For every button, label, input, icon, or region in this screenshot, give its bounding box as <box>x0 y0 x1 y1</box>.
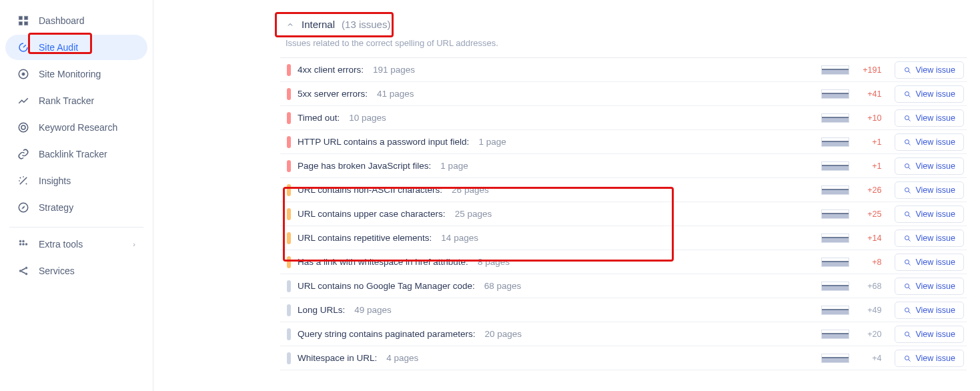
sidebar-item-extra-tools[interactable]: Extra tools› <box>5 232 147 257</box>
issue-row: HTTP URL contains a password input field… <box>280 130 967 154</box>
view-issue-button[interactable]: View issue <box>895 181 964 199</box>
sparkline <box>821 89 849 99</box>
issue-row: Page has broken JavaScript files:1 page+… <box>280 154 967 178</box>
search-icon <box>903 234 911 242</box>
sparkline <box>821 210 849 219</box>
issue-row: 4xx client errors:191 pages+191View issu… <box>280 58 967 82</box>
dashboard-icon <box>17 15 29 27</box>
sparkline <box>821 113 849 123</box>
issue-row: URL contains non-ASCII characters:26 pag… <box>280 178 967 202</box>
issue-label[interactable]: 4xx client errors: <box>298 65 364 75</box>
wand-icon <box>17 175 29 187</box>
compass-icon <box>17 202 29 214</box>
severity-pill <box>287 88 291 100</box>
issue-label[interactable]: HTTP URL contains a password input field… <box>298 137 469 147</box>
search-icon <box>903 162 911 170</box>
issue-delta: +68 <box>859 282 881 291</box>
sidebar-item-strategy[interactable]: Strategy <box>5 195 147 220</box>
sparkline <box>821 306 849 315</box>
issue-row: Query string contains paginated paramete… <box>280 322 967 346</box>
view-issue-label: View issue <box>915 210 955 219</box>
issue-label[interactable]: Whitespace in URL: <box>298 353 377 363</box>
sidebar-item-label: Services <box>39 266 135 276</box>
issue-row: Whitespace in URL:4 pages+4View issue <box>280 346 967 370</box>
search-icon <box>903 354 911 362</box>
view-issue-button[interactable]: View issue <box>895 157 964 175</box>
sidebar-item-dashboard[interactable]: Dashboard <box>5 8 147 33</box>
issue-label[interactable]: Has a link with whitespace in href attri… <box>298 257 468 267</box>
view-issue-label: View issue <box>915 234 955 243</box>
sidebar-item-keyword-research[interactable]: Keyword Research <box>5 115 147 140</box>
view-issue-button[interactable]: View issue <box>895 230 964 247</box>
issue-label[interactable]: Query string contains paginated paramete… <box>298 329 475 339</box>
issue-page-count: 25 pages <box>455 209 492 219</box>
section-header[interactable]: Internal (13 issues) <box>280 13 967 35</box>
issue-delta: +49 <box>859 306 881 315</box>
issue-label[interactable]: Long URLs: <box>298 305 345 315</box>
sidebar-item-label: Strategy <box>39 202 135 213</box>
severity-pill <box>287 160 291 172</box>
issue-delta: +4 <box>859 354 881 363</box>
view-issue-button[interactable]: View issue <box>895 326 964 343</box>
issue-page-count: 8 pages <box>478 257 510 267</box>
sparkline <box>821 354 849 363</box>
rank-icon <box>17 95 29 107</box>
issue-label[interactable]: Timed out: <box>298 113 340 123</box>
search-icon <box>903 330 911 338</box>
search-icon <box>903 282 911 290</box>
issue-delta: +14 <box>859 234 881 243</box>
view-issue-button[interactable]: View issue <box>895 61 964 79</box>
issue-page-count: 68 pages <box>484 281 522 291</box>
view-issue-button[interactable]: View issue <box>895 85 964 103</box>
issue-row: Long URLs:49 pages+49View issue <box>280 298 967 322</box>
issue-label[interactable]: 5xx server errors: <box>298 89 368 99</box>
issues-list: 4xx client errors:191 pages+191View issu… <box>280 57 967 370</box>
target-icon <box>17 121 29 133</box>
issue-page-count: 191 pages <box>373 65 415 75</box>
view-issue-button[interactable]: View issue <box>895 206 964 223</box>
section-title: Internal <box>302 19 335 30</box>
issue-label[interactable]: URL contains upper case characters: <box>298 209 446 219</box>
severity-pill <box>287 64 291 76</box>
view-issue-label: View issue <box>915 89 955 99</box>
view-issue-label: View issue <box>915 113 955 123</box>
sidebar-item-site-audit[interactable]: Site Audit <box>5 35 147 60</box>
sparkline <box>821 137 849 147</box>
severity-pill <box>287 208 291 220</box>
issue-page-count: 1 page <box>440 161 468 171</box>
view-issue-label: View issue <box>915 161 955 171</box>
sidebar-item-backlink-tracker[interactable]: Backlink Tracker <box>5 141 147 167</box>
issue-label[interactable]: URL contains repetitive elements: <box>298 233 432 243</box>
sidebar-item-insights[interactable]: Insights <box>5 168 147 193</box>
view-issue-label: View issue <box>915 282 955 291</box>
view-issue-label: View issue <box>915 306 955 315</box>
audit-icon <box>17 41 29 53</box>
issue-row: URL contains repetitive elements:14 page… <box>280 226 967 250</box>
sidebar-item-label: Site Monitoring <box>39 69 135 79</box>
severity-pill <box>287 256 291 268</box>
sidebar-item-rank-tracker[interactable]: Rank Tracker <box>5 88 147 113</box>
link-icon <box>17 148 29 160</box>
issue-row: URL contains upper case characters:25 pa… <box>280 202 967 226</box>
view-issue-button[interactable]: View issue <box>895 350 964 367</box>
issue-delta: +10 <box>859 113 881 123</box>
view-issue-button[interactable]: View issue <box>895 109 964 127</box>
issue-delta: +20 <box>859 330 881 339</box>
sidebar-item-site-monitoring[interactable]: Site Monitoring <box>5 61 147 87</box>
issue-label[interactable]: Page has broken JavaScript files: <box>298 161 431 171</box>
view-issue-label: View issue <box>915 137 955 147</box>
view-issue-label: View issue <box>915 330 955 339</box>
issue-label[interactable]: URL contains non-ASCII characters: <box>298 185 442 195</box>
view-issue-button[interactable]: View issue <box>895 133 964 151</box>
view-issue-label: View issue <box>915 354 955 363</box>
apps-icon <box>17 238 29 250</box>
view-issue-label: View issue <box>915 65 955 75</box>
view-issue-button[interactable]: View issue <box>895 302 964 319</box>
view-issue-button[interactable]: View issue <box>895 254 964 271</box>
sidebar-item-services[interactable]: Services <box>5 258 147 284</box>
view-issue-button[interactable]: View issue <box>895 278 964 295</box>
sidebar: DashboardSite AuditSite MonitoringRank T… <box>0 0 153 391</box>
main-content: Internal (13 issues) Issues related to t… <box>153 0 980 391</box>
sparkline <box>821 65 849 75</box>
issue-label[interactable]: URL contains no Google Tag Manager code: <box>298 281 475 291</box>
